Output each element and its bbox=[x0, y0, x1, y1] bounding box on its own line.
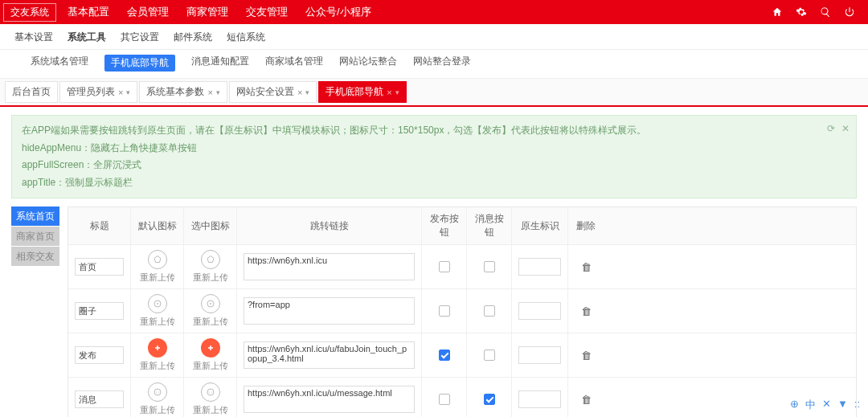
active-icon[interactable] bbox=[201, 250, 220, 269]
menu-basic[interactable]: 基本配置 bbox=[68, 5, 109, 19]
reupload-default[interactable]: 重新上传 bbox=[140, 272, 175, 284]
reupload-active[interactable]: 重新上传 bbox=[193, 272, 228, 284]
subtab-3[interactable]: 邮件系统 bbox=[174, 31, 212, 44]
reupload-default[interactable]: 重新上传 bbox=[140, 316, 175, 328]
title-input[interactable] bbox=[75, 346, 124, 364]
reupload-active[interactable]: 重新上传 bbox=[193, 316, 228, 328]
th-title: 标题 bbox=[68, 207, 131, 244]
message-checkbox[interactable] bbox=[484, 261, 495, 272]
th-publish: 发布按钮 bbox=[422, 207, 467, 244]
breadcrumb-caret-icon[interactable]: ▾ bbox=[395, 88, 399, 96]
search-icon[interactable] bbox=[820, 6, 831, 18]
status-1[interactable]: 中 bbox=[805, 398, 816, 412]
svg-point-6 bbox=[158, 392, 159, 393]
native-input[interactable] bbox=[518, 390, 561, 408]
topbar: 交友系统 基本配置 会员管理 商家管理 交友管理 公众号/小程序 bbox=[0, 0, 868, 24]
th-default-icon: 默认图标 bbox=[131, 207, 184, 244]
reupload-default[interactable]: 重新上传 bbox=[140, 404, 175, 416]
link-input[interactable]: https://wn6yh.xnl.icu/u/fabuJoin_touch_p… bbox=[244, 341, 415, 369]
breadcrumb-caret-icon[interactable]: ▾ bbox=[126, 88, 130, 96]
info-line-1: 在APP端如果需要按钮跳转到原生页面，请在【原生标识】中填写模块标识；图标尺寸：… bbox=[22, 122, 846, 140]
st2-5[interactable]: 网站整合登录 bbox=[413, 55, 471, 72]
gear-icon[interactable] bbox=[796, 6, 807, 18]
breadcrumb-close-icon[interactable]: × bbox=[387, 88, 391, 97]
status-4[interactable]: :: bbox=[854, 398, 860, 412]
table-row: 重新上传重新上传?from=app🗑 bbox=[68, 289, 856, 333]
th-delete: 删除 bbox=[568, 207, 604, 244]
st2-2[interactable]: 消息通知配置 bbox=[191, 55, 249, 72]
default-icon[interactable] bbox=[148, 338, 167, 358]
publish-checkbox[interactable] bbox=[439, 261, 450, 272]
side-merchant-home[interactable]: 商家首页 bbox=[11, 227, 59, 246]
status-2[interactable]: ✕ bbox=[822, 398, 831, 412]
active-icon[interactable] bbox=[201, 382, 220, 402]
breadcrumb-caret-icon[interactable]: ▾ bbox=[305, 88, 309, 96]
home-icon[interactable] bbox=[772, 6, 783, 18]
active-icon[interactable] bbox=[201, 294, 220, 313]
status-0[interactable]: ⊕ bbox=[790, 398, 799, 412]
status-3[interactable]: ▼ bbox=[837, 398, 848, 412]
publish-checkbox[interactable] bbox=[439, 350, 450, 361]
info-close-icon[interactable]: ✕ bbox=[841, 121, 850, 138]
st2-0[interactable]: 系统域名管理 bbox=[31, 55, 88, 72]
breadcrumb-item[interactable]: 手机底部导航×▾ bbox=[318, 81, 406, 103]
subtab-1[interactable]: 系统工具 bbox=[68, 31, 106, 44]
subtab-2[interactable]: 其它设置 bbox=[121, 31, 159, 44]
th-native: 原生标识 bbox=[512, 207, 568, 244]
reupload-active[interactable]: 重新上传 bbox=[193, 404, 228, 416]
link-input[interactable]: ?from=app bbox=[244, 297, 415, 325]
info-refresh-icon[interactable]: ⟳ bbox=[827, 121, 835, 138]
th-active-icon: 选中图标 bbox=[184, 207, 237, 244]
publish-checkbox[interactable] bbox=[439, 305, 450, 317]
delete-icon[interactable]: 🗑 bbox=[581, 394, 592, 406]
active-icon[interactable] bbox=[201, 338, 220, 358]
title-input[interactable] bbox=[75, 258, 124, 276]
th-message: 消息按钮 bbox=[467, 207, 512, 244]
menu-dating[interactable]: 交友管理 bbox=[246, 5, 288, 19]
breadcrumb-item[interactable]: 网站安全设置×▾ bbox=[229, 81, 317, 103]
breadcrumb-item[interactable]: 系统基本参数×▾ bbox=[139, 81, 227, 103]
message-checkbox[interactable] bbox=[484, 350, 495, 361]
message-checkbox[interactable] bbox=[484, 394, 495, 405]
title-input[interactable] bbox=[75, 302, 124, 320]
message-checkbox[interactable] bbox=[484, 305, 495, 317]
subtab-0[interactable]: 基本设置 bbox=[14, 31, 53, 44]
title-input[interactable] bbox=[75, 390, 124, 408]
native-input[interactable] bbox=[518, 302, 561, 320]
side-dating[interactable]: 相亲交友 bbox=[11, 247, 59, 266]
reupload-active[interactable]: 重新上传 bbox=[193, 360, 228, 372]
breadcrumb-close-icon[interactable]: × bbox=[207, 88, 212, 97]
delete-icon[interactable]: 🗑 bbox=[581, 261, 592, 273]
menu-merchant[interactable]: 商家管理 bbox=[186, 5, 228, 19]
reupload-default[interactable]: 重新上传 bbox=[140, 360, 175, 372]
system-name[interactable]: 交友系统 bbox=[3, 3, 56, 22]
native-input[interactable] bbox=[518, 346, 561, 364]
delete-icon[interactable]: 🗑 bbox=[581, 305, 592, 317]
menu-member[interactable]: 会员管理 bbox=[127, 5, 169, 19]
table-row: 重新上传重新上传https://wn6yh.xnl.icu🗑 bbox=[68, 245, 856, 289]
subtab-4[interactable]: 短信系统 bbox=[227, 31, 265, 44]
link-input[interactable]: https://wn6yh.xnl.icu/u/message.html bbox=[244, 386, 415, 413]
delete-icon[interactable]: 🗑 bbox=[581, 350, 592, 362]
menu-wechat[interactable]: 公众号/小程序 bbox=[305, 5, 371, 19]
breadcrumb: 后台首页管理员列表×▾系统基本参数×▾网站安全设置×▾手机底部导航×▾ bbox=[0, 78, 868, 107]
power-icon[interactable] bbox=[844, 6, 855, 18]
info-line-3: appFullScreen：全屏沉浸式 bbox=[22, 157, 846, 174]
st2-4[interactable]: 网站论坛整合 bbox=[339, 55, 397, 72]
breadcrumb-item[interactable]: 管理员列表×▾ bbox=[59, 81, 137, 103]
default-icon[interactable] bbox=[148, 382, 167, 402]
native-input[interactable] bbox=[518, 258, 561, 276]
statusbar: ⊕ 中 ✕ ▼ :: bbox=[790, 398, 860, 412]
default-icon[interactable] bbox=[148, 250, 167, 269]
st2-1[interactable]: 手机底部导航 bbox=[104, 55, 175, 72]
breadcrumb-close-icon[interactable]: × bbox=[297, 88, 302, 97]
publish-checkbox[interactable] bbox=[439, 394, 450, 405]
side-system-home[interactable]: 系统首页 bbox=[11, 206, 59, 226]
breadcrumb-close-icon[interactable]: × bbox=[118, 88, 123, 97]
breadcrumb-item[interactable]: 后台首页 bbox=[5, 81, 58, 103]
svg-point-7 bbox=[207, 389, 214, 395]
breadcrumb-caret-icon[interactable]: ▾ bbox=[216, 88, 220, 96]
link-input[interactable]: https://wn6yh.xnl.icu bbox=[244, 253, 415, 280]
default-icon[interactable] bbox=[148, 294, 167, 313]
st2-3[interactable]: 商家域名管理 bbox=[265, 55, 323, 72]
